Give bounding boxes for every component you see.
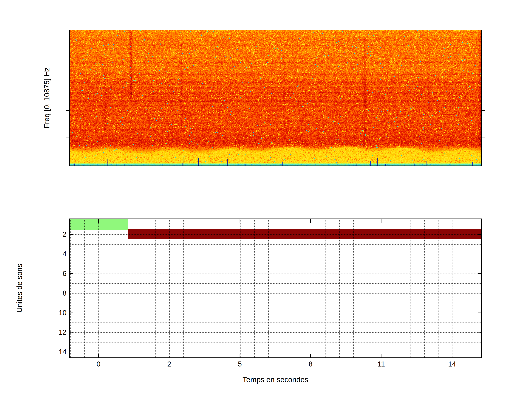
y-tick-label: 12 (59, 329, 66, 336)
v-gridline (198, 219, 198, 357)
v-gridline (155, 219, 156, 357)
v-gridline (226, 219, 226, 357)
h-gridline (70, 244, 481, 245)
x-tick-label: 2 (167, 360, 171, 368)
h-gridline (70, 225, 481, 225)
sound-unit-2-bar (128, 229, 481, 239)
spectrogram-ytick (482, 82, 485, 82)
y-tick (70, 293, 73, 293)
x-tick (169, 354, 169, 357)
spectrogram-ytick (66, 82, 69, 82)
spectrogram-ytick (482, 110, 485, 111)
v-gridline (212, 219, 212, 357)
v-gridline (396, 219, 396, 357)
h-gridline (70, 264, 481, 264)
x-tick (240, 219, 240, 223)
y-tick (70, 273, 73, 274)
h-gridline (70, 283, 481, 284)
v-gridline (84, 219, 85, 357)
x-tick (98, 354, 99, 357)
sound-units-plot (69, 219, 482, 358)
h-gridline (70, 303, 481, 303)
y-tick-label: 10 (59, 309, 66, 317)
h-gridline (70, 352, 481, 352)
x-tick (169, 219, 169, 223)
y-tick (70, 332, 73, 332)
v-gridline (353, 219, 354, 357)
x-tick (240, 354, 240, 357)
v-gridline (297, 219, 297, 357)
y-tick (478, 254, 481, 254)
v-gridline (254, 219, 255, 357)
x-tick (310, 354, 311, 357)
v-gridline (70, 219, 70, 357)
v-gridline (382, 219, 382, 357)
spectrogram-ytick (482, 137, 485, 137)
v-gridline (141, 219, 141, 357)
matlab-figure: Freq [0, 10875] Hz Unites de sons Temps … (0, 0, 532, 399)
y-tick-label: 2 (63, 231, 66, 239)
y-tick-label: 8 (63, 289, 66, 297)
y-tick (478, 234, 481, 234)
spectrogram-ytick (482, 53, 485, 53)
h-gridline (70, 313, 481, 313)
x-tick (310, 219, 311, 223)
x-tick-label: 11 (378, 360, 385, 368)
time-xlabel: Temps en secondes (242, 375, 308, 384)
v-gridline (268, 219, 269, 357)
y-tick (478, 273, 481, 274)
x-tick (452, 219, 452, 223)
v-gridline (184, 219, 184, 357)
v-gridline (410, 219, 411, 357)
sound-unit-1-bar (70, 219, 128, 230)
v-gridline (367, 219, 368, 357)
v-gridline (240, 219, 241, 357)
y-tick (478, 352, 481, 352)
v-gridline (283, 219, 283, 357)
spectrogram-ytick (66, 110, 69, 111)
v-gridline (127, 219, 127, 357)
x-tick (381, 354, 381, 357)
v-gridline (113, 219, 113, 357)
spectrogram-image (70, 30, 481, 165)
v-gridline (98, 219, 99, 357)
y-tick-label: 6 (63, 270, 66, 278)
y-tick (70, 313, 73, 313)
y-tick (478, 313, 481, 313)
spectrogram-ytick (66, 137, 69, 137)
spectrogram-ylabel: Freq [0, 10875] Hz (43, 67, 51, 128)
y-tick (478, 332, 481, 332)
h-gridline (70, 254, 481, 254)
v-gridline (339, 219, 340, 357)
v-gridline (481, 219, 481, 357)
h-gridline (70, 273, 481, 274)
v-gridline (169, 219, 170, 357)
x-tick (98, 219, 99, 223)
x-tick-label: 0 (96, 360, 100, 368)
y-tick (70, 234, 73, 234)
h-gridline (70, 323, 481, 323)
v-gridline (467, 219, 467, 357)
v-gridline (325, 219, 325, 357)
y-tick (70, 352, 73, 352)
spectrogram-ytick (66, 53, 69, 53)
h-gridline (70, 234, 481, 235)
spectrogram-plot (69, 30, 482, 166)
y-tick (70, 254, 73, 254)
v-gridline (453, 219, 453, 357)
x-tick (452, 354, 452, 357)
h-gridline (70, 332, 481, 333)
x-tick-label: 8 (309, 360, 312, 368)
y-tick-label: 14 (59, 348, 66, 356)
h-gridline (70, 293, 481, 293)
x-tick-label: 14 (448, 360, 456, 368)
y-tick (478, 293, 481, 293)
h-gridline (70, 342, 481, 342)
v-gridline (311, 219, 311, 357)
x-tick (381, 219, 381, 223)
v-gridline (424, 219, 425, 357)
v-gridline (438, 219, 439, 357)
x-tick-label: 5 (238, 360, 242, 368)
sound-units-ylabel: Unites de sons (15, 264, 24, 313)
y-tick-label: 4 (63, 250, 66, 258)
